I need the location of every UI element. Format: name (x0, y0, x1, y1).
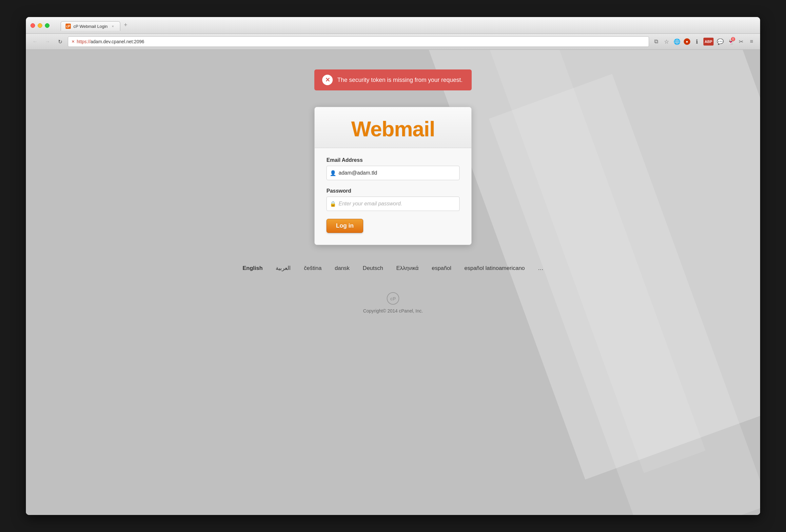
lang-link-da[interactable]: dansk (334, 265, 349, 271)
browser-tab-active[interactable]: cP cP Webmail Login × (61, 21, 120, 31)
login-button[interactable]: Log in (326, 219, 363, 233)
tab-title: cP Webmail Login (73, 24, 108, 29)
error-message: The security token is missing from your … (337, 77, 462, 83)
email-input-wrapper: 👤 (326, 166, 460, 180)
close-window-button[interactable] (30, 23, 35, 28)
address-text: https://adam.dev.cpanel.net:2096 (77, 39, 144, 44)
scissors-icon[interactable]: ✂ (737, 38, 745, 46)
reload-button[interactable]: ↻ (55, 37, 65, 46)
lang-link-de[interactable]: Deutsch (363, 265, 383, 271)
page-inner: ✕ The security token is missing from you… (26, 50, 760, 515)
bookmark-icon[interactable]: ☆ (663, 38, 671, 46)
lang-link-el[interactable]: Ελληνικά (396, 265, 419, 271)
forward-button[interactable]: → (43, 37, 52, 46)
lang-link-en[interactable]: English (242, 265, 262, 271)
login-header: Webmail (315, 107, 471, 148)
lang-link-ar[interactable]: العربية (276, 265, 291, 271)
lang-link-es_la[interactable]: español latinoamericano (464, 265, 525, 271)
toolbar-icons: ⧉ ☆ 🌐 ● ℹ ABP 💬 👻 0 ✂ ≡ (652, 38, 756, 46)
protocol-text: https:// (77, 39, 90, 44)
minimize-window-button[interactable] (38, 23, 42, 28)
domain-text: adam.dev.cpanel.net:2096 (90, 39, 144, 44)
back-button[interactable]: ← (30, 37, 40, 46)
error-icon: ✕ (322, 75, 333, 85)
lock-icon: 🔒 (330, 201, 336, 207)
info-icon[interactable]: ℹ (693, 38, 701, 46)
user-icon: 👤 (330, 170, 336, 176)
address-field[interactable]: ✕ https://adam.dev.cpanel.net:2096 (68, 37, 649, 47)
address-bar-row: ← → ↻ ✕ https://adam.dev.cpanel.net:2096… (26, 34, 760, 50)
browser-titlebar: cP cP Webmail Login × + (26, 17, 760, 34)
traffic-lights (30, 23, 49, 28)
password-input[interactable] (326, 197, 460, 211)
tab-bar: cP cP Webmail Login × + (61, 20, 130, 31)
menu-icon[interactable]: ≡ (748, 38, 756, 46)
footer-logo: cP (386, 291, 400, 306)
password-label: Password (326, 188, 460, 194)
lang-link-es[interactable]: español (432, 265, 452, 271)
tab-close-button[interactable]: × (110, 24, 115, 29)
password-input-wrapper: 🔒 (326, 197, 460, 211)
login-title: Webmail (315, 117, 471, 141)
login-form-area: Email Address 👤 Password 🔒 Log in (315, 148, 471, 245)
ghost-icon[interactable]: 👻 0 (727, 38, 735, 46)
privacy-icon[interactable]: ● (684, 38, 690, 45)
tab-favicon-icon: cP (66, 24, 71, 29)
maximize-window-button[interactable] (45, 23, 49, 28)
error-banner: ✕ The security token is missing from you… (314, 69, 472, 91)
chat-icon[interactable]: 💬 (716, 38, 724, 46)
ssl-badge-icon: ✕ (71, 39, 75, 44)
lang-link-cs[interactable]: čeština (304, 265, 322, 271)
email-input[interactable] (326, 166, 460, 180)
language-bar: EnglishالعربيةčeštinadanskDeutschΕλληνικ… (242, 265, 544, 271)
page-icon[interactable]: ⧉ (652, 38, 660, 46)
footer-copyright: Copyright© 2014 cPanel, Inc. (363, 308, 423, 314)
page-content: ✕ The security token is missing from you… (26, 50, 760, 515)
lang-link-more[interactable]: … (538, 265, 544, 271)
new-tab-button[interactable]: + (121, 20, 130, 29)
svg-text:cP: cP (390, 296, 396, 301)
browser-window: cP cP Webmail Login × + ← → ↻ ✕ https://… (26, 17, 760, 515)
adblock-icon[interactable]: ABP (703, 38, 714, 46)
footer: cP Copyright© 2014 cPanel, Inc. (363, 291, 423, 314)
error-x-icon: ✕ (325, 76, 330, 83)
email-label: Email Address (326, 157, 460, 163)
translate-icon[interactable]: 🌐 (673, 38, 681, 46)
login-box: Webmail Email Address 👤 Password 🔒 Log i… (314, 107, 472, 245)
